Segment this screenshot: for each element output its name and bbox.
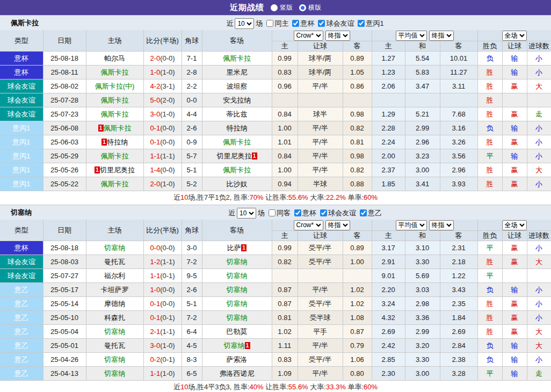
odds-provider-select[interactable]: Crow*: [294, 31, 323, 41]
match-date: 25-05-10: [43, 311, 86, 325]
summary-segment: 大率:: [308, 193, 326, 201]
full-score[interactable]: 1-1: [150, 369, 160, 378]
league-checkbox[interactable]: 意杯: [292, 206, 316, 220]
full-score[interactable]: 4-2: [150, 82, 160, 90]
match-count-select[interactable]: 10: [237, 208, 256, 219]
avg-home-odds: 1.27: [372, 52, 405, 66]
score-cell[interactable]: 0-1(0-0): [143, 297, 182, 311]
red-card-badge: 1: [102, 139, 107, 146]
league-checkbox[interactable]: 意乙: [358, 206, 382, 220]
full-score[interactable]: 0-1: [150, 300, 160, 308]
handicap-result: 输: [502, 149, 527, 163]
match-row: 意丙125-06-031特拉纳0-1(0-0)0-9佩斯卡拉1.01平/半0.8…: [0, 135, 551, 149]
full-score[interactable]: 3-0: [150, 342, 160, 350]
score-cell[interactable]: 3-0(1-0): [143, 107, 182, 121]
full-score[interactable]: 0-1: [150, 124, 160, 132]
score-cell[interactable]: 4-2(3-1): [143, 79, 182, 93]
average-select[interactable]: 平均值: [396, 220, 427, 230]
score-cell[interactable]: 1-0(1-0): [143, 66, 182, 79]
handicap-result: 赢: [502, 177, 527, 191]
score-cell[interactable]: 2-0(1-0): [143, 177, 182, 191]
score-cell[interactable]: 1-2(1-1): [143, 255, 182, 269]
full-score[interactable]: 1-1: [150, 152, 160, 160]
score-cell[interactable]: 1-1(0-1): [143, 269, 182, 283]
score-cell[interactable]: 0-1(0-0): [143, 135, 182, 149]
match-scope-select[interactable]: 全场: [502, 220, 527, 230]
league-type-badge: 意乙: [0, 367, 43, 381]
win-lose-result: 胜: [477, 135, 502, 149]
full-score[interactable]: 1-0: [150, 286, 160, 294]
score-cell[interactable]: 0-1(0-1): [143, 311, 182, 325]
full-score[interactable]: 1-2: [150, 258, 160, 266]
average-select[interactable]: 平均值: [396, 31, 427, 41]
summary-segment: 60%: [364, 193, 378, 201]
full-score[interactable]: 1-4: [150, 166, 160, 174]
handicap-result: [502, 269, 527, 283]
red-card-badge: 1: [241, 244, 247, 251]
full-score[interactable]: 0-2: [150, 355, 160, 364]
crow-home-odds: 0.81: [272, 311, 298, 325]
score-cell[interactable]: 0-0(0-0): [143, 241, 182, 255]
column-header: 比分(半场): [143, 220, 182, 241]
goals-result: 小: [527, 177, 551, 191]
match-count-select[interactable]: 10: [235, 18, 254, 29]
final-odds-select-2[interactable]: 终指: [429, 220, 454, 230]
score-cell[interactable]: 1-0(0-0): [143, 283, 182, 297]
same-venue-checkbox[interactable]: 同主: [264, 16, 288, 31]
red-card-badge: 1: [245, 342, 250, 349]
away-team-cell: 切塞纳: [202, 269, 272, 283]
league-checkbox[interactable]: 意杯: [290, 16, 314, 31]
league-type-badge: 意杯: [0, 241, 43, 255]
score-cell[interactable]: 2-0(0-0): [143, 52, 182, 66]
full-score[interactable]: 2-1: [150, 328, 160, 336]
home-team-cell: 卡坦萨罗: [86, 283, 143, 297]
score-cell[interactable]: 2-1(1-1): [143, 325, 182, 339]
layout-option-vertical[interactable]: 竖版: [271, 3, 293, 12]
corner-count: 4-5: [182, 339, 202, 353]
layout-option-horizontal[interactable]: 横版: [299, 3, 321, 12]
full-score[interactable]: 3-0: [150, 110, 160, 118]
sub-column-header: 让球: [502, 41, 527, 52]
win-lose-result: 胜: [477, 177, 502, 191]
full-score[interactable]: 1-1: [150, 272, 160, 280]
final-odds-select[interactable]: 终指: [325, 31, 350, 41]
match-date: 25-05-26: [43, 163, 86, 177]
score-cell[interactable]: 0-1(0-0): [143, 121, 182, 135]
score-cell[interactable]: 1-4(0-0): [143, 163, 182, 177]
goals-result: 小: [527, 241, 551, 255]
odds-provider-select[interactable]: Crow*: [294, 220, 323, 230]
full-score[interactable]: 1-0: [150, 68, 160, 76]
final-odds-select[interactable]: 终指: [325, 220, 350, 230]
avg-away-odds: 3.56: [440, 149, 477, 163]
away-team-cell: 切塞纳: [202, 311, 272, 325]
crow-handicap: 平/半: [298, 339, 343, 353]
same-venue-checkbox[interactable]: 同客: [266, 206, 291, 220]
league-checkbox[interactable]: 意丙1: [356, 16, 383, 31]
score-cell[interactable]: 1-1(1-1): [143, 149, 182, 163]
crow-home-odds: 1.09: [272, 367, 298, 381]
match-scope-select[interactable]: 全场: [502, 31, 527, 41]
league-checkbox[interactable]: 球会友谊: [316, 16, 354, 31]
full-score[interactable]: 0-0: [150, 244, 160, 252]
half-score: (1-0): [160, 342, 175, 350]
score-cell[interactable]: 3-0(1-0): [143, 339, 182, 353]
score-cell[interactable]: 1-1(1-0): [143, 367, 182, 381]
radio-selected-icon[interactable]: [271, 4, 278, 11]
full-score[interactable]: 0-1: [150, 314, 160, 322]
summary-segment: 单率:: [346, 383, 364, 391]
full-score[interactable]: 5-0: [150, 96, 160, 104]
away-team-name: 佩斯卡拉: [223, 54, 251, 62]
handicap-result: 输: [502, 52, 527, 66]
avg-home-odds: 3.24: [372, 297, 405, 311]
full-score[interactable]: 2-0: [150, 54, 160, 62]
away-team-name: 安戈拉纳: [223, 96, 251, 104]
final-odds-select-2[interactable]: 终指: [429, 31, 454, 41]
avg-away-odds: 3.11: [440, 79, 477, 93]
league-checkbox[interactable]: 球会友谊: [318, 206, 356, 220]
radio-unselected-icon[interactable]: [299, 4, 306, 11]
score-cell[interactable]: 0-2(0-1): [143, 353, 182, 367]
score-cell[interactable]: 5-0(2-0): [143, 93, 182, 107]
full-score[interactable]: 2-0: [150, 180, 160, 188]
full-score[interactable]: 0-1: [150, 138, 160, 146]
match-row: 意杯25-08-18切塞纳0-0(0-0)3-0比萨10.99受平/半0.893…: [0, 241, 551, 255]
